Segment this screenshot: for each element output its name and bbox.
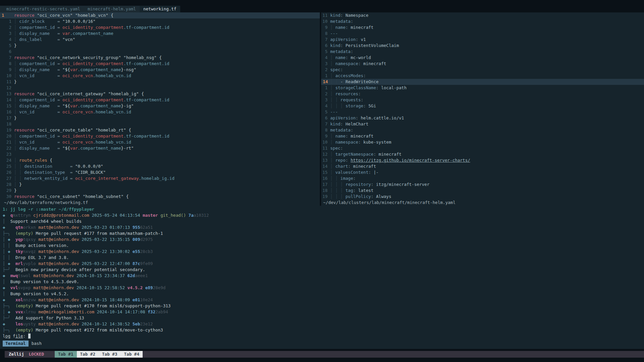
token-prop: name (335, 55, 345, 60)
code-line[interactable]: 13│ repo: https://itzg.github.io/minecra… (321, 157, 644, 163)
terminal-pane[interactable]: 1: jj log -r ::master ~/d/ffpyplayer◆ qm… (0, 206, 644, 349)
code-line[interactable]: 19│ │ │ pullPolicy: Always (321, 194, 644, 200)
zellij-tab-tab-4[interactable]: Tab #4 (121, 351, 143, 358)
code-line[interactable]: 18│ │ │ tag: latest (321, 188, 644, 194)
code-line[interactable]: 19resource "oci_core_route_table" "homel… (0, 127, 320, 133)
indent-guide: │ (330, 176, 335, 181)
jj-log-line: ◆ xolmnzvw matt@einhorn.dev 2024-10-15 1… (0, 297, 644, 303)
indent-guide: │ (14, 67, 19, 72)
code-text: │ compartment_id = oci_identity_compartm… (14, 97, 169, 103)
code-line[interactable]: 20│ compartment_id = oci_identity_compar… (0, 133, 320, 139)
code-line[interactable]: 29} (0, 188, 320, 194)
token-pun: ${ (65, 146, 70, 151)
editor-pane-yaml[interactable]: 11kind: Namespace10metadata:9│ name: min… (320, 12, 644, 206)
code-line[interactable]: 6kind: PersistentVolumeClaim (321, 43, 644, 49)
line-number: 2 (321, 91, 328, 97)
buffer-tab-networking.tf[interactable]: networking.tf (140, 6, 180, 12)
code-line[interactable]: 2│ resources: (321, 91, 644, 97)
buffer-tab-minecraft-restic-secrets.yaml[interactable]: minecraft-restic-secrets.yaml (3, 6, 84, 12)
code-line[interactable]: 26│ │ destination_type = "CIDR_BLOCK" (0, 169, 320, 175)
token-t (55, 97, 57, 102)
token-kw: resource (14, 55, 35, 60)
code-line[interactable]: 9│ name: minecraft (321, 24, 644, 31)
code-line[interactable]: 23 (0, 151, 320, 157)
code-line[interactable]: 27│ │ network_entity_id = oci_core_inter… (0, 175, 320, 182)
code-line[interactable]: 22│ display_name = "${var.compartment_na… (0, 145, 320, 151)
code-line[interactable]: 7kind: HelmChart (321, 121, 644, 127)
line-number: 1 (0, 18, 11, 24)
line-number: 25 (0, 163, 11, 169)
code-line[interactable]: 28│ } (0, 182, 320, 188)
code-line[interactable]: 1│ storageClassName: local-path (321, 85, 644, 91)
code-line[interactable]: 5--- (321, 109, 644, 115)
code-line[interactable]: 15│ display_name = "${var.compartment_na… (0, 103, 320, 109)
token-gph: │ │ (3, 243, 10, 248)
code-line[interactable]: 17} (0, 115, 320, 121)
code-line[interactable]: 6apiVersion: helm.cattle.io/v1 (321, 115, 644, 121)
code-line[interactable]: 13resource "oci_core_internet_gateway" "… (0, 91, 320, 97)
token-du: ile (15, 333, 23, 339)
code-line[interactable]: 4│ name: mc-world (321, 55, 644, 61)
code-line[interactable]: 10metadata: (321, 18, 644, 24)
code-line[interactable]: 11} (0, 79, 320, 85)
code-line[interactable]: 11kind: Namespace (321, 12, 644, 18)
token-str: -nsg" (123, 67, 136, 72)
token-dim: d2975 (140, 237, 153, 242)
code-line[interactable]: 24│ route_rules { (0, 157, 320, 163)
code-line[interactable]: 7resource "oci_core_network_security_gro… (0, 55, 320, 61)
zellij-tab-tab-1[interactable]: Tab #1 (55, 351, 77, 358)
code-line[interactable]: 1│ accessModes: (321, 73, 644, 79)
indent-guide: │ (330, 97, 335, 102)
line-number: 2 (0, 24, 11, 31)
code-line-cursor[interactable]: 1resource "oci_core_vcn" "homelab_vcn" { (0, 12, 320, 18)
token-co: e89 (145, 285, 153, 290)
code-line[interactable]: 17│ │ │ repository: itzg/minecraft-serve… (321, 182, 644, 188)
code-line[interactable]: 4│ dns_label = "vcn" (0, 37, 320, 43)
code-line[interactable]: 8--- (321, 31, 644, 37)
code-line[interactable]: 16│ vcn_id = oci_core_vcn.homelab_vcn.id (0, 109, 320, 115)
code-line[interactable]: 8metadata: (321, 127, 644, 133)
code-line[interactable]: 3│ │ requests: (321, 97, 644, 103)
zellij-tab-tab-2[interactable]: Tab #2 (77, 351, 99, 358)
code-line[interactable]: 8│ compartment_id = oci_identity_compart… (0, 61, 320, 67)
code-line[interactable]: 25│ │ destination = "0.0.0.0/0" (0, 163, 320, 169)
code-line[interactable]: 3│ display_name = var.compartment_name (0, 31, 320, 37)
code-text: kind: HelmChart (330, 121, 368, 127)
code-line[interactable]: 18 (0, 121, 320, 127)
code-line[interactable]: 10│ vcn_id = oci_core_vcn.homelab_vcn.id (0, 73, 320, 79)
log-file-prompt[interactable]: log file: (0, 333, 644, 339)
token-str: " (62, 67, 65, 72)
code-line-cursor[interactable]: 14│ │ - ReadWriteOnce (321, 79, 644, 85)
code-line[interactable]: 9│ name: minecraft (321, 133, 644, 139)
code-line[interactable]: 15│ valuesContent: |- (321, 169, 644, 175)
code-line[interactable]: 11spec: (321, 145, 644, 151)
code-line[interactable]: 16│ │ image: (321, 175, 644, 182)
code-line[interactable]: 14│ chart: minecraft (321, 163, 644, 169)
code-line[interactable]: 30resource "oci_core_subnet" "homelab_su… (0, 194, 320, 200)
token-dim: yvplo (23, 261, 36, 266)
code-line[interactable]: 5metadata: (321, 49, 644, 55)
editor-pane-terraform[interactable]: 1resource "oci_core_vcn" "homelab_vcn" {… (0, 12, 320, 206)
code-text: resource "oci_core_subnet" "homelab_subn… (14, 194, 129, 200)
code-line[interactable]: 12 (0, 85, 320, 91)
code-line[interactable]: 3│ namespace: minecraft (321, 61, 644, 67)
code-line[interactable]: 12│ targetNamespace: minecraft (321, 151, 644, 157)
code-line[interactable]: 9│ display_name = "${var.compartment_nam… (0, 67, 320, 73)
code-line[interactable]: 5} (0, 43, 320, 49)
token-pun: ${ (65, 103, 70, 108)
code-line[interactable]: 7apiVersion: v1 (321, 37, 644, 43)
code-line[interactable]: 6 (0, 49, 320, 55)
code-line[interactable]: 10│ namespace: kube-system (321, 139, 644, 145)
code-line[interactable]: 4│ │ │ storage: 5Gi (321, 103, 644, 109)
indent-guide: │ (330, 164, 335, 169)
code-line[interactable]: 2│ compartment_id = oci_identity_compart… (0, 24, 320, 31)
code-line[interactable]: 1│ cidr_block = "10.0.0.0/16" (0, 18, 320, 24)
buffer-tab-minecraft-helm.yaml[interactable]: minecraft-helm.yaml (84, 6, 140, 12)
code-line[interactable]: 2spec: (321, 67, 644, 73)
code-line[interactable]: 14│ compartment_id = oci_identity_compar… (0, 97, 320, 103)
code-line[interactable]: 21│ vcn_id = oci_core_vcn.homelab_vcn.id (0, 139, 320, 145)
code-text: │ │ │ repository: itzg/minecraft-server (330, 182, 430, 188)
zellij-tab-tab-3[interactable]: Tab #3 (99, 351, 121, 358)
token-str: " (62, 146, 65, 151)
token-prop: cidr_block (19, 19, 45, 24)
